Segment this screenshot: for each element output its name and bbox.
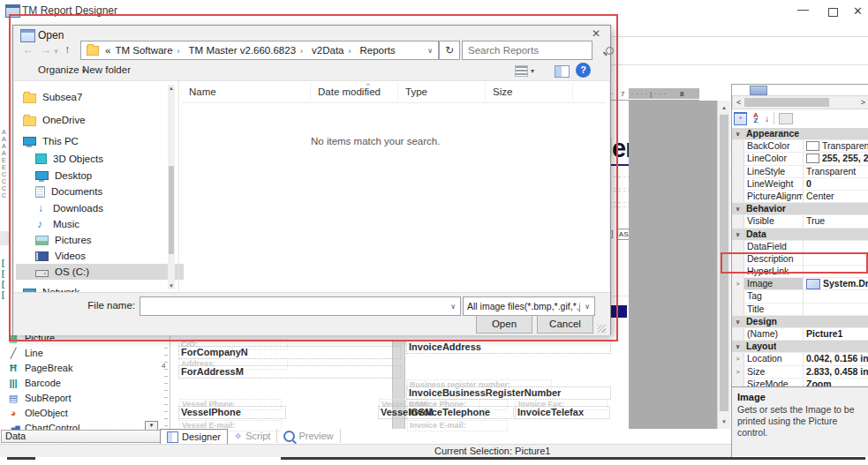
- tree-item[interactable]: Videos: [16, 248, 184, 264]
- open-button[interactable]: Open: [476, 315, 532, 334]
- tree-item[interactable]: Downloads: [16, 200, 184, 216]
- file-type-dropdown[interactable]: All image files(*.bmp,*.gif,*.jpg ∨: [463, 296, 595, 316]
- property-row[interactable]: ∨ Data: [732, 229, 868, 241]
- property-value[interactable]: [804, 241, 868, 252]
- property-row[interactable]: ∨ Layout: [732, 341, 868, 353]
- search-box[interactable]: [462, 41, 593, 60]
- scroll-up-icon[interactable]: ▲: [168, 85, 175, 92]
- property-expand-icon[interactable]: >: [732, 353, 744, 364]
- property-value[interactable]: [804, 253, 868, 265]
- canvas-vertical-scrollbar[interactable]: ▲ ▼: [717, 101, 730, 429]
- property-value[interactable]: [804, 290, 868, 302]
- forward-icon[interactable]: →: [40, 43, 51, 56]
- file-type-caret-icon[interactable]: ∨: [585, 303, 594, 311]
- property-row[interactable]: > Location 0.042, 0.156 in: [732, 353, 868, 365]
- cancel-button[interactable]: Cancel: [537, 315, 593, 334]
- column-header[interactable]: Size: [486, 83, 573, 101]
- property-row[interactable]: LineWeight 0: [732, 178, 868, 191]
- pane-divider[interactable]: [178, 81, 179, 293]
- property-value[interactable]: Transparent: [804, 166, 868, 177]
- scroll-down-icon[interactable]: ▼: [168, 282, 175, 289]
- property-expand-icon[interactable]: ∨: [732, 128, 743, 139]
- scroll-down-icon[interactable]: ▼: [718, 418, 730, 425]
- refresh-button[interactable]: ↻: [439, 41, 460, 60]
- designer-data-field[interactable]: InvoiceAddress: [406, 341, 611, 354]
- property-row[interactable]: LineStyle Transparent: [732, 166, 868, 178]
- property-row[interactable]: Description: [732, 253, 868, 266]
- property-row[interactable]: LineColor 255, 255, 255: [732, 153, 868, 165]
- tree-item[interactable]: Music: [16, 216, 184, 232]
- property-value[interactable]: Picture1: [804, 328, 868, 340]
- address-dropdown-icon[interactable]: ∨: [427, 47, 438, 55]
- property-expand-icon[interactable]: [732, 241, 744, 252]
- breadcrumb-segment[interactable]: v2Data›: [307, 45, 355, 56]
- scrollbar-thumb[interactable]: [169, 166, 174, 254]
- designer-data-field[interactable]: InvoiceBusinessRegisterNumber: [406, 386, 611, 400]
- scroll-up-icon[interactable]: ▲: [718, 104, 730, 111]
- property-value[interactable]: [766, 229, 868, 240]
- property-expand-icon[interactable]: [732, 253, 744, 265]
- breadcrumb-separator-icon[interactable]: ›: [343, 47, 355, 56]
- property-value[interactable]: [777, 316, 868, 327]
- property-expand-icon[interactable]: [732, 266, 744, 277]
- property-expand-icon[interactable]: ∨: [732, 316, 743, 327]
- property-expand-icon[interactable]: ∨: [732, 229, 743, 240]
- scrollbar-thumb[interactable]: [720, 115, 728, 411]
- toolbox-data-section[interactable]: Data: [1, 430, 162, 443]
- tree-item[interactable]: 3D Objects: [16, 151, 184, 167]
- property-expand-icon[interactable]: [732, 140, 744, 152]
- property-row[interactable]: > Size 2.833, 0.458 in: [732, 366, 868, 379]
- breadcrumb-segment[interactable]: TM Master v2.660.6823›: [185, 45, 307, 56]
- property-expand-icon[interactable]: [732, 215, 744, 227]
- help-button[interactable]: ?: [576, 63, 591, 78]
- property-expand-icon[interactable]: ∨: [732, 203, 743, 214]
- property-row[interactable]: > Image System.Drawin: [732, 278, 868, 290]
- property-row[interactable]: ∨ Appearance: [732, 128, 868, 140]
- property-row[interactable]: Visible True: [732, 215, 868, 228]
- breadcrumb-segment[interactable]: Reports: [355, 45, 404, 56]
- property-row[interactable]: ∨ Behavior: [732, 203, 868, 215]
- property-row[interactable]: (Name) Picture1: [732, 328, 868, 341]
- alphabetical-sort-icon[interactable]: AZ: [751, 113, 760, 124]
- maximize-button[interactable]: [828, 7, 838, 19]
- property-value[interactable]: [804, 266, 868, 277]
- scrollbar-thumb[interactable]: [744, 98, 829, 107]
- categorized-view-icon[interactable]: +: [734, 112, 747, 125]
- property-expand-icon[interactable]: [732, 290, 744, 302]
- view-tab[interactable]: Script: [228, 429, 277, 443]
- tree-item[interactable]: Subsea7: [16, 89, 171, 105]
- toolbox-item[interactable]: SubReport: [1, 390, 162, 405]
- property-expand-icon[interactable]: >: [732, 366, 744, 378]
- up-icon[interactable]: ↑: [64, 42, 71, 56]
- property-expand-icon[interactable]: ∨: [732, 341, 743, 352]
- column-header[interactable]: Date modified: [311, 83, 398, 101]
- tree-item[interactable]: Documents: [16, 184, 184, 199]
- column-header[interactable]: Name: [182, 83, 311, 101]
- property-value[interactable]: [776, 341, 868, 352]
- property-value[interactable]: Center: [804, 191, 868, 202]
- view-mode-button[interactable]: [515, 65, 528, 79]
- property-value[interactable]: System.Drawin: [804, 278, 868, 289]
- property-value[interactable]: Transparent: [804, 140, 868, 152]
- toolbox-item[interactable]: PageBreak: [1, 360, 162, 375]
- designer-data-field[interactable]: VesselPhone: [178, 406, 286, 419]
- property-value[interactable]: [786, 203, 868, 214]
- history-dropdown-icon[interactable]: ∨: [54, 48, 58, 55]
- address-bar[interactable]: « TM Software›TM Master v2.660.6823›v2Da…: [80, 41, 439, 60]
- new-folder-button[interactable]: New folder: [82, 64, 131, 75]
- resize-grip[interactable]: [598, 325, 606, 333]
- column-header[interactable]: Type: [398, 83, 486, 101]
- toolbox-item[interactable]: Barcode: [1, 375, 162, 390]
- view-tab[interactable]: Preview: [277, 429, 340, 443]
- property-value[interactable]: 255, 255, 255: [804, 153, 868, 164]
- property-row[interactable]: ∨ Design: [732, 316, 868, 328]
- combo-caret-icon[interactable]: ∨: [450, 303, 460, 311]
- tree-item[interactable]: Pictures: [16, 232, 184, 248]
- property-value[interactable]: 0.042, 0.156 in: [804, 353, 868, 364]
- property-expand-icon[interactable]: >: [732, 278, 744, 289]
- designer-data-field[interactable]: ForAddressM: [178, 365, 401, 379]
- search-input[interactable]: [463, 44, 606, 56]
- toolbox-item[interactable]: Line: [1, 345, 162, 360]
- designer-data-field[interactable]: ForCompanyN: [178, 346, 401, 359]
- minimize-button[interactable]: —: [797, 3, 809, 16]
